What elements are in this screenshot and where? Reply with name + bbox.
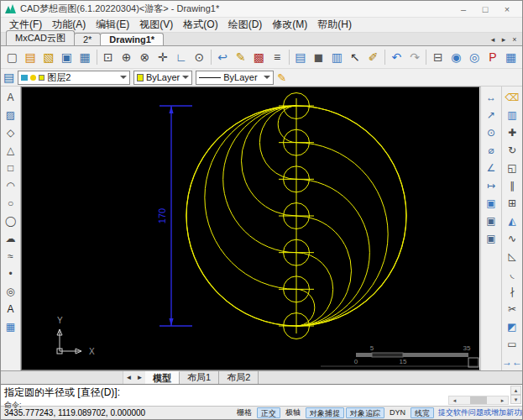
zoom-previous-button[interactable]: ↩ bbox=[214, 49, 232, 66]
tab-scroll-right-button[interactable]: ▸ bbox=[499, 35, 508, 44]
diameter-dimension-button[interactable]: ⌀ bbox=[483, 142, 499, 158]
layout-view-button[interactable]: ◼ bbox=[310, 49, 327, 66]
angular-dimension-button[interactable]: ∠ bbox=[483, 160, 499, 176]
tab-close-button[interactable]: × bbox=[510, 35, 519, 44]
fillet-button[interactable]: ◟ bbox=[504, 265, 520, 281]
open-drawing-button[interactable]: ▤ bbox=[22, 49, 39, 66]
network-button[interactable]: ◎ bbox=[466, 49, 484, 66]
dimension-toolbar: ↔↗⊙⌀∠↦▣▣▣ bbox=[480, 87, 501, 370]
redo-button[interactable]: ↷ bbox=[406, 49, 424, 66]
tab-mxcad-cloud[interactable]: MxCAD云图 bbox=[6, 30, 75, 45]
rectangle-button[interactable]: □ bbox=[3, 160, 19, 176]
mirror-button[interactable]: ◭ bbox=[504, 213, 520, 228]
offset-button[interactable]: ∥ bbox=[504, 177, 520, 193]
break-button[interactable]: ∤ bbox=[504, 283, 520, 299]
copy-properties-button[interactable]: ▣ bbox=[483, 195, 499, 211]
tab-2[interactable]: 2* bbox=[74, 33, 101, 45]
cmd-scroll-down-button[interactable]: ▾ bbox=[510, 395, 521, 404]
minimize-button[interactable]: – bbox=[452, 3, 474, 16]
move-button[interactable]: ✚ bbox=[504, 124, 520, 140]
ellipse-button[interactable]: ◯ bbox=[3, 213, 19, 228]
zoom-object-button[interactable]: ⊙ bbox=[191, 49, 208, 66]
tab-drawing1[interactable]: Drawing1* bbox=[100, 33, 164, 45]
donut-button[interactable]: ◎ bbox=[3, 283, 19, 299]
rect-array-button[interactable]: ▭ bbox=[504, 336, 520, 352]
cmd-scroll-right-button[interactable]: ▸ bbox=[497, 396, 508, 404]
color-select[interactable]: ByLayer bbox=[133, 71, 192, 85]
erase-button[interactable]: ⌫ bbox=[504, 89, 520, 105]
array-button[interactable]: ⊞ bbox=[504, 195, 520, 211]
close-button[interactable]: × bbox=[496, 3, 518, 16]
color-table-button[interactable]: ▩ bbox=[250, 49, 268, 66]
trim-button[interactable]: ✂ bbox=[504, 301, 520, 317]
layers-stack-icon[interactable]: ▤ bbox=[3, 71, 14, 84]
drawing-canvas[interactable]: 170XY535015 bbox=[21, 87, 480, 370]
tab-scroll-left-button[interactable]: ◂ bbox=[489, 35, 497, 44]
layout-scroll-right-button[interactable]: ► bbox=[134, 374, 145, 381]
linetype-select[interactable]: ByLayer bbox=[196, 71, 274, 85]
publish-web-button[interactable]: ◉ bbox=[447, 49, 465, 66]
layer-name: 图层2 bbox=[47, 71, 71, 84]
zoom-in-button[interactable]: ⊕ bbox=[118, 49, 135, 66]
zoom-window-button[interactable]: ⊡ bbox=[100, 49, 118, 66]
join-button[interactable]: →← bbox=[504, 354, 520, 370]
tab-layout1[interactable]: 布局1 bbox=[180, 371, 219, 384]
text-style-button[interactable]: A bbox=[3, 89, 19, 105]
print-button[interactable]: ⊟ bbox=[429, 49, 447, 66]
image-button[interactable]: ▦ bbox=[3, 318, 19, 334]
point-button[interactable]: • bbox=[3, 265, 19, 281]
arc-button[interactable]: ◠ bbox=[3, 177, 19, 193]
scale-button[interactable]: ◱ bbox=[504, 160, 520, 176]
spline-button[interactable]: ≈ bbox=[3, 248, 19, 264]
layout-scroll-left-button[interactable]: ◄ bbox=[123, 374, 134, 381]
toolbar-separator bbox=[384, 50, 385, 65]
save-as-button[interactable]: ▦ bbox=[76, 49, 94, 66]
save-button[interactable]: ▣ bbox=[58, 49, 76, 66]
layer-settings-button[interactable]: ▥ bbox=[328, 49, 346, 66]
text-button[interactable]: A bbox=[3, 301, 19, 317]
maximize-button[interactable]: □ bbox=[474, 3, 496, 16]
quick-pencil-icon[interactable]: ✎ bbox=[277, 71, 286, 84]
color-value: ByLayer bbox=[146, 72, 180, 82]
select-button[interactable]: ↖ bbox=[347, 49, 364, 66]
tab-layout2[interactable]: 布局2 bbox=[219, 371, 259, 384]
hatch-button[interactable]: ▨ bbox=[3, 107, 19, 123]
menu-format[interactable]: 格式(O) bbox=[178, 17, 222, 33]
menu-draw[interactable]: 绘图(D) bbox=[223, 17, 268, 33]
export-pdf-button[interactable]: P bbox=[484, 49, 502, 66]
aligned-dimension-button[interactable]: ↗ bbox=[483, 107, 499, 123]
boundary-button[interactable]: ◇ bbox=[3, 124, 19, 140]
ucs-axes-button[interactable]: ∟ bbox=[172, 49, 190, 66]
pencil-edit-button[interactable]: ✎ bbox=[232, 49, 249, 66]
layer-select[interactable]: 图层2 bbox=[18, 71, 130, 85]
new-file-button[interactable]: ▢ bbox=[3, 49, 21, 66]
undo-button[interactable]: ↶ bbox=[388, 49, 405, 66]
copy-stack-button[interactable]: ▣ bbox=[483, 213, 499, 228]
pan-button[interactable]: ✛ bbox=[154, 49, 172, 66]
rotate-button[interactable]: ↻ bbox=[504, 142, 520, 158]
zoom-extents-button[interactable]: ⊗ bbox=[136, 49, 154, 66]
scrollbar-thumb[interactable] bbox=[470, 396, 487, 404]
continue-dimension-button[interactable]: ↦ bbox=[483, 177, 499, 193]
tab-model[interactable]: 模型 bbox=[145, 371, 180, 384]
radius-dimension-button[interactable]: ⊙ bbox=[483, 124, 499, 140]
cmd-scroll-left-button[interactable]: ◂ bbox=[449, 396, 460, 404]
layer-match-button[interactable]: ✐ bbox=[364, 49, 382, 66]
chamfer-button[interactable]: ◺ bbox=[504, 248, 520, 264]
copy-button[interactable]: ▥ bbox=[504, 107, 520, 123]
open-folder-button[interactable]: ▧ bbox=[39, 49, 57, 66]
cmd-scroll-up-button[interactable]: ▴ bbox=[510, 386, 521, 395]
explode-button[interactable]: ◩ bbox=[504, 318, 520, 334]
linetype-manager-button[interactable]: ≡ bbox=[269, 49, 286, 66]
revcloud-button[interactable]: ☁ bbox=[3, 230, 19, 246]
circle-button[interactable]: ○ bbox=[3, 195, 19, 211]
linear-dimension-button[interactable]: ↔ bbox=[483, 89, 499, 105]
menu-help[interactable]: 帮助(H) bbox=[312, 17, 357, 33]
insert-image-button[interactable]: ▦ bbox=[502, 49, 520, 66]
command-input[interactable]: 命令: bbox=[1, 400, 522, 411]
paste-stack-button[interactable]: ▣ bbox=[483, 230, 499, 246]
layers-button[interactable]: ▤ bbox=[292, 49, 310, 66]
spline-edit-button[interactable]: ∿ bbox=[504, 230, 520, 246]
menu-modify[interactable]: 修改(M) bbox=[267, 17, 312, 33]
polygon-button[interactable]: △ bbox=[3, 142, 19, 158]
